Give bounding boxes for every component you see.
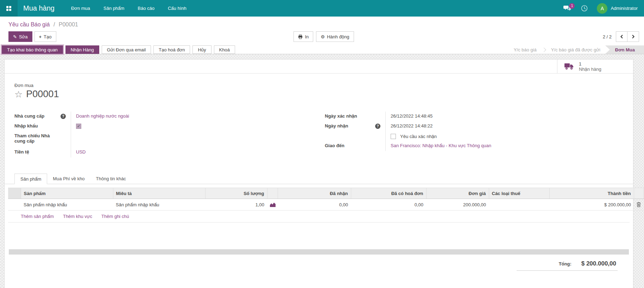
menu-reporting[interactable]: Báo cáo: [131, 0, 161, 17]
control-panel: Yêu cầu Báo giá / P00001 ✎ Sửa + Tạo In: [0, 17, 644, 45]
chevron-separator-icon: [542, 48, 546, 52]
create-button[interactable]: + Tạo: [34, 31, 56, 42]
cell-delete: [634, 199, 644, 211]
col-description[interactable]: Miêu tả: [113, 188, 205, 199]
print-button-label: In: [305, 34, 309, 39]
breadcrumb-parent[interactable]: Yêu cầu Báo giá: [8, 21, 50, 27]
state-rfq[interactable]: Y/c báo giá: [512, 45, 538, 54]
truck-icon: [564, 63, 574, 70]
col-quantity[interactable]: Số lượng: [205, 188, 267, 199]
deliver-to-label: Giao đến: [325, 143, 345, 148]
gear-icon: ⚙: [321, 34, 325, 39]
currency-label: Tiền tệ: [14, 149, 29, 155]
currency-value[interactable]: USD: [76, 149, 86, 155]
form-background: 1 Nhận hàng Đơn mua ☆ P00001 Nhà cung cấ…: [0, 54, 644, 288]
import-checkbox[interactable]: ✓: [76, 124, 81, 129]
menu-configuration[interactable]: Cấu hình: [161, 0, 193, 17]
action-button[interactable]: ⚙ Hành động: [316, 31, 354, 42]
question-circle-icon[interactable]: ?: [375, 124, 380, 129]
print-button[interactable]: In: [293, 31, 313, 42]
breadcrumb-current: P00001: [59, 21, 78, 27]
add-product-link[interactable]: Thêm sản phẩm: [21, 214, 54, 219]
col-unit-price[interactable]: Đơn giá: [426, 188, 489, 199]
create-customs-declaration-button[interactable]: Tạo khai báo thông quan: [2, 45, 63, 54]
doc-type-label: Đơn mua: [14, 83, 623, 88]
breadcrumb-separator: /: [53, 21, 55, 27]
user-menu[interactable]: A Administrator: [594, 3, 640, 14]
receipt-date-label: Ngày nhận: [325, 123, 348, 129]
apps-menu-button[interactable]: [0, 0, 18, 17]
activities-button[interactable]: [577, 3, 591, 14]
cell-received[interactable]: 0,00: [278, 199, 351, 211]
receipt-count: 1: [579, 61, 581, 67]
pager-next-button[interactable]: [627, 31, 639, 42]
question-circle-icon[interactable]: ?: [61, 114, 66, 119]
receipt-label: Nhận hàng: [579, 67, 601, 72]
breadcrumb: Yêu cầu Báo giá / P00001: [8, 21, 644, 28]
col-product[interactable]: Sản phẩm: [21, 188, 113, 199]
state-purchase-order[interactable]: Đơn Mua: [605, 45, 644, 54]
table-row[interactable]: Sản phẩm nhập khẩu Sản phẩm nhập khẩu 1,…: [8, 199, 644, 211]
app-name[interactable]: Mua hàng: [23, 4, 55, 12]
col-subtotal[interactable]: Thành tiền: [549, 188, 634, 199]
deliver-to-value[interactable]: San Francisco: Nhập khẩu - Khu vực Thông…: [391, 143, 491, 148]
pager-value: 2 / 2: [603, 34, 612, 39]
statusbar: Tạo khai báo thông quan Nhận Hàng Gửi Đơ…: [0, 45, 644, 54]
col-taxes[interactable]: Các loại thuế: [489, 188, 549, 199]
cancel-button[interactable]: Hủy: [192, 45, 211, 54]
cell-quantity[interactable]: 1,00: [205, 199, 267, 211]
supplier-value[interactable]: Doanh nghiệp nước ngoài: [76, 113, 129, 119]
col-delete: [634, 188, 644, 199]
total-amount: $ 200.000,00: [581, 260, 616, 267]
menu-products[interactable]: Sản phẩm: [97, 0, 131, 17]
trash-icon[interactable]: [637, 202, 641, 207]
field-deliver-to: Giao đến San Francisco: Nhập khẩu - Khu …: [325, 141, 623, 151]
messages-button[interactable]: 1: [560, 3, 575, 14]
favorite-star-icon[interactable]: ☆: [14, 90, 23, 99]
field-currency: Tiền tệ USD: [14, 148, 313, 157]
menu-purchase-orders[interactable]: Đơn mua: [64, 0, 97, 17]
field-import: Nhập khẩu ✓: [14, 121, 313, 131]
notebook: Sản phẩm Mua Phí về kho Thông tin khác S…: [5, 174, 633, 223]
state-rfq-sent[interactable]: Y/c báo giá đã được gửi: [550, 45, 602, 54]
col-billed[interactable]: Đã có hoá đơn: [351, 188, 426, 199]
tab-products[interactable]: Sản phẩm: [14, 174, 47, 184]
lock-button[interactable]: Khoá: [214, 45, 235, 54]
create-bill-button[interactable]: Tạo hoá đơn: [153, 45, 190, 54]
chevron-left-icon: [620, 35, 623, 39]
pager-previous-button[interactable]: [616, 31, 627, 42]
title-block: Đơn mua ☆ P00001: [5, 74, 633, 100]
send-by-email-button[interactable]: Gửi Đơn qua email: [102, 45, 151, 54]
ask-confirmation-label: Yêu cầu xác nhận: [400, 134, 437, 139]
field-receipt-date: Ngày nhận ? 26/12/2022 14:48:22: [325, 121, 623, 131]
field-ask-confirmation: Yêu cầu xác nhận: [325, 131, 623, 141]
edit-button[interactable]: ✎ Sửa: [8, 31, 32, 42]
cell-product[interactable]: Sản phẩm nhập khẩu: [21, 199, 113, 211]
area-chart-icon[interactable]: [270, 202, 276, 207]
button-box: 1 Nhận hàng: [5, 60, 633, 74]
totals: Tổng: $ 200.000,00: [5, 260, 618, 274]
receipt-date-value: 26/12/2022 14:48:22: [391, 123, 433, 129]
main-menu: Đơn mua Sản phẩm Báo cáo Cấu hình: [64, 0, 193, 17]
messages-badge: 1: [569, 3, 575, 9]
horizontal-scrollbar[interactable]: [9, 249, 629, 255]
cell-unit-price[interactable]: 200.000,00: [426, 199, 489, 211]
cell-description[interactable]: Sản phẩm nhập khẩu: [113, 199, 205, 211]
col-received[interactable]: Đã nhận: [278, 188, 351, 199]
add-section-link[interactable]: Thêm khu vực: [63, 214, 92, 219]
notebook-tabs: Sản phẩm Mua Phí về kho Thông tin khác: [5, 174, 633, 184]
col-forecast: [267, 188, 278, 199]
cell-billed[interactable]: 0,00: [351, 199, 426, 211]
row-handle[interactable]: [8, 199, 21, 211]
ask-confirmation-checkbox[interactable]: [391, 134, 396, 139]
add-note-link[interactable]: Thêm ghi chú: [101, 214, 129, 219]
form-sheet: 1 Nhận hàng Đơn mua ☆ P00001 Nhà cung cấ…: [4, 59, 633, 288]
receive-products-button[interactable]: Nhận Hàng: [65, 45, 99, 54]
receipt-smart-button[interactable]: 1 Nhận hàng: [557, 60, 633, 73]
printer-icon: [298, 35, 303, 39]
field-vendor-reference: Tham chiếu Nhà cung cấp: [14, 131, 313, 148]
tab-other-info[interactable]: Thông tin khác: [90, 174, 132, 184]
cell-taxes[interactable]: [489, 199, 549, 211]
tab-landed-costs[interactable]: Mua Phí về kho: [47, 174, 90, 184]
import-label: Nhập khẩu: [14, 123, 38, 129]
